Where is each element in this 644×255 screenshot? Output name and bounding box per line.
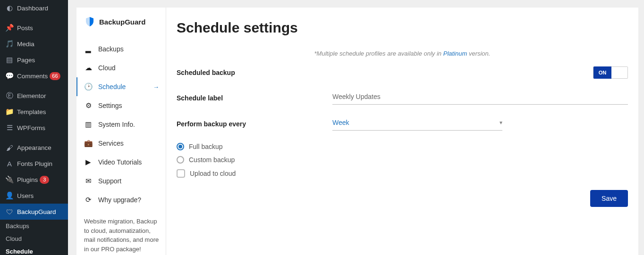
save-button[interactable]: Save: [590, 190, 628, 207]
radio-custom-backup[interactable]: Custom backup: [177, 153, 628, 166]
plugins-badge: 3: [40, 176, 49, 184]
upgrade-blurb: Website migration, Backup to cloud, auto…: [76, 209, 166, 254]
arrow-right-icon: →: [153, 83, 159, 90]
pin-support[interactable]: ✉Support: [76, 172, 166, 190]
comment-icon: 💬: [5, 71, 14, 81]
pin-settings[interactable]: ⚙Settings: [76, 96, 166, 115]
media-icon: 🎵: [5, 39, 14, 49]
scheduled-backup-label: Scheduled backup: [177, 69, 332, 76]
schedule-label-label: Schedule label: [177, 94, 332, 102]
briefcase-icon: 💼: [83, 139, 93, 148]
panel: BackupGuard ▂Backups ☁Cloud 🕑Schedule → …: [76, 8, 638, 255]
sidebar-item-templates[interactable]: 📁Templates: [0, 104, 68, 120]
page-icon: ▤: [5, 55, 14, 65]
submenu-schedule[interactable]: Schedule: [0, 245, 68, 255]
mail-icon: ✉: [83, 176, 93, 186]
drive-icon: ▂: [83, 44, 93, 54]
pin-system-info[interactable]: ▥System Info.: [76, 115, 166, 134]
pin-services[interactable]: 💼Services: [76, 134, 166, 153]
font-icon: A: [5, 159, 14, 168]
shield-icon: 🛡: [5, 207, 14, 216]
user-icon: 👤: [5, 191, 14, 200]
sidebar-item-dashboard[interactable]: ◐Dashboard: [0, 0, 68, 16]
folder-icon: 📁: [5, 107, 14, 116]
perform-every-label: Perform backup every: [177, 120, 332, 128]
submenu-cloud[interactable]: Cloud: [0, 232, 68, 245]
dashboard-icon: ◐: [5, 3, 14, 13]
submenu-backups[interactable]: Backups: [0, 220, 68, 232]
main-content: Schedule settings *Multiple schedule pro…: [166, 8, 638, 255]
pin-why-upgrade[interactable]: ⟳Why upgrade?: [76, 190, 166, 209]
sidebar-item-appearance[interactable]: 🖌Appearance: [0, 140, 68, 156]
sidebar-item-posts[interactable]: 📌Posts: [0, 20, 68, 36]
content-area: BackupGuard ▂Backups ☁Cloud 🕑Schedule → …: [68, 0, 644, 255]
gear-icon: ⚙: [83, 101, 93, 110]
perform-every-select[interactable]: Week ▾: [332, 117, 502, 131]
premium-hint: *Multiple schedule profiles are availabl…: [177, 50, 628, 57]
checkbox-unchecked-icon: [177, 169, 185, 178]
sidebar-item-users[interactable]: 👤Users: [0, 188, 68, 204]
sidebar-item-fonts-plugin[interactable]: AFonts Plugin: [0, 156, 68, 172]
scheduled-backup-toggle[interactable]: ON: [593, 66, 628, 79]
sidebar-item-pages[interactable]: ▤Pages: [0, 52, 68, 68]
brand-shield-icon: [84, 16, 95, 27]
plugin-sidebar: BackupGuard ▂Backups ☁Cloud 🕑Schedule → …: [76, 8, 166, 255]
form-icon: ☰: [5, 123, 14, 132]
toggle-on-label: ON: [593, 66, 611, 79]
radio-checked-icon: [177, 143, 184, 150]
radio-unchecked-icon: [177, 156, 184, 164]
plugin-icon: 🔌: [5, 175, 14, 184]
cloud-icon: ☁: [83, 63, 93, 73]
pin-video-tutorials[interactable]: ▶Video Tutorials: [76, 153, 166, 172]
pin-schedule[interactable]: 🕑Schedule →: [76, 77, 166, 96]
sidebar-item-elementor[interactable]: ⒺElementor: [0, 88, 68, 104]
platinum-link[interactable]: Platinum: [443, 50, 467, 57]
sidebar-item-wpforms[interactable]: ☰WPForms: [0, 120, 68, 136]
brush-icon: 🖌: [5, 143, 14, 152]
sidebar-item-backupguard[interactable]: 🛡BackupGuard: [0, 204, 68, 220]
pin-backups[interactable]: ▂Backups: [76, 40, 166, 58]
bars-icon: ▥: [83, 120, 93, 129]
elementor-icon: Ⓔ: [5, 91, 14, 100]
clock-icon: 🕑: [83, 82, 93, 91]
sidebar-item-plugins[interactable]: 🔌Plugins3: [0, 172, 68, 188]
comments-badge: 66: [50, 72, 60, 80]
page-title: Schedule settings: [177, 20, 628, 36]
sidebar-item-media[interactable]: 🎵Media: [0, 36, 68, 52]
play-icon: ▶: [83, 157, 93, 167]
sidebar-item-comments[interactable]: 💬Comments66: [0, 68, 68, 84]
plugin-brand: BackupGuard: [76, 8, 166, 40]
perform-every-value: Week: [332, 119, 349, 126]
wp-admin-sidebar: ◐Dashboard 📌Posts 🎵Media ▤Pages 💬Comment…: [0, 0, 68, 255]
radio-full-backup[interactable]: Full backup: [177, 140, 628, 153]
schedule-label-input[interactable]: [332, 91, 628, 105]
pin-icon: 📌: [5, 23, 14, 33]
pin-cloud[interactable]: ☁Cloud: [76, 58, 166, 77]
refresh-icon: ⟳: [83, 195, 93, 205]
chevron-down-icon: ▾: [500, 119, 502, 126]
checkbox-upload-to-cloud[interactable]: Upload to cloud: [177, 166, 628, 181]
